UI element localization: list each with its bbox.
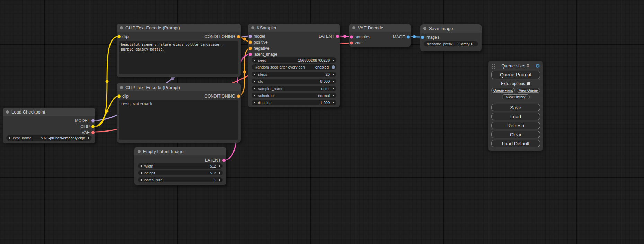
ckpt-name-widget[interactable]: ckpt_name v1-5-pruned-emaonly.ckpt xyxy=(6,135,92,141)
value-decrement-icon[interactable] xyxy=(254,94,255,97)
refresh-button[interactable]: Refresh xyxy=(491,122,540,129)
node-empty-latent-image[interactable]: Empty Latent Image LATENT width 512 heig… xyxy=(134,147,226,185)
view-history-button[interactable]: View History xyxy=(502,94,530,99)
value-decrement-icon[interactable] xyxy=(254,80,255,82)
denoise-widget[interactable]: denoise 1.000 xyxy=(252,100,336,105)
latent-image-input-port[interactable] xyxy=(249,53,252,56)
samples-input-port[interactable] xyxy=(350,35,353,38)
slot-label: negative xyxy=(254,46,269,51)
node-title-bar[interactable]: Load Checkpoint xyxy=(3,108,95,116)
value-increment-icon[interactable] xyxy=(219,179,221,181)
widget-label: sampler_name xyxy=(258,87,283,91)
prompt-textarea[interactable]: beautiful scenery nature glass bottle la… xyxy=(119,41,238,74)
clip-input-port[interactable] xyxy=(117,94,121,98)
node-clip-text-encode-positive[interactable]: CLIP Text Encode (Prompt) clip CONDITION… xyxy=(117,24,241,77)
value-increment-icon[interactable] xyxy=(88,137,90,139)
slot-label: VAE xyxy=(82,130,90,135)
extra-options-checkbox[interactable] xyxy=(527,82,530,85)
input-slot-positive: positive xyxy=(248,39,340,45)
widget-label: width xyxy=(144,164,153,168)
value-increment-icon[interactable] xyxy=(333,102,334,104)
graph-canvas[interactable]: Load Checkpoint MODEL CLIP VAE ckpt_name… xyxy=(0,0,644,244)
node-save-image[interactable]: Save Image images filename_prefix ComfyU… xyxy=(420,24,482,51)
node-status-dot xyxy=(120,26,123,29)
drag-handle-icon[interactable] xyxy=(491,63,495,69)
batch-size-widget[interactable]: batch_size 1 xyxy=(138,177,223,182)
value-decrement-icon[interactable] xyxy=(8,137,10,139)
vae-input-port[interactable] xyxy=(350,41,353,44)
value-increment-icon[interactable] xyxy=(333,94,334,97)
slot-row: clip CONDITIONING xyxy=(117,93,241,99)
seed-toggle-icon[interactable] xyxy=(332,65,335,69)
node-status-dot xyxy=(6,110,9,114)
node-load-checkpoint[interactable]: Load Checkpoint MODEL CLIP VAE ckpt_name… xyxy=(3,108,95,143)
value-increment-icon[interactable] xyxy=(219,172,221,174)
node-title-bar[interactable]: CLIP Text Encode (Prompt) xyxy=(117,83,241,91)
conditioning-output-port[interactable] xyxy=(237,94,240,98)
scheduler-widget[interactable]: scheduler normal xyxy=(252,93,336,98)
node-status-dot xyxy=(423,27,426,30)
node-title-bar[interactable]: VAE Decode xyxy=(349,24,411,32)
view-queue-button[interactable]: View Queue xyxy=(517,88,540,93)
node-ksampler[interactable]: KSampler model LATENT positive negative … xyxy=(248,24,340,107)
clip-input-port[interactable] xyxy=(117,35,121,38)
slot-label: model xyxy=(254,34,265,39)
seed-widget[interactable]: seed 156680208700286 xyxy=(252,57,336,63)
node-title-bar[interactable]: CLIP Text Encode (Prompt) xyxy=(117,24,241,32)
model-output-port[interactable] xyxy=(91,119,95,122)
value-increment-icon[interactable] xyxy=(219,165,221,167)
value-decrement-icon[interactable] xyxy=(254,73,255,75)
load-default-button[interactable]: Load Default xyxy=(491,140,540,147)
save-button[interactable]: Save xyxy=(491,104,540,111)
value-decrement-icon[interactable] xyxy=(254,59,255,61)
filename-prefix-widget[interactable]: filename_prefix ComfyUI xyxy=(424,41,478,46)
value-increment-icon[interactable] xyxy=(333,88,334,90)
load-button[interactable]: Load xyxy=(491,113,540,120)
width-widget[interactable]: width 512 xyxy=(138,163,223,169)
link-midpoint-dot xyxy=(413,35,416,38)
latent-output-port[interactable] xyxy=(222,159,226,162)
widget-label: filename_prefix xyxy=(427,42,453,46)
value-decrement-icon[interactable] xyxy=(140,179,142,181)
model-input-port[interactable] xyxy=(249,35,252,38)
sampler-name-widget[interactable]: sampler_name euler xyxy=(252,86,336,91)
node-title-bar[interactable]: Empty Latent Image xyxy=(134,147,226,155)
node-title: KSampler xyxy=(257,25,276,30)
queue-size-label: Queue size: 0 xyxy=(497,63,534,69)
widget-label: Random seed after every gen xyxy=(255,65,305,69)
latent-output-port[interactable] xyxy=(336,35,339,38)
value-decrement-icon[interactable] xyxy=(254,88,255,90)
conditioning-output-port[interactable] xyxy=(237,35,240,38)
positive-input-port[interactable] xyxy=(249,40,252,44)
cfg-widget[interactable]: cfg 8.000 xyxy=(252,79,336,84)
widget-label: seed xyxy=(258,58,266,62)
node-clip-text-encode-negative[interactable]: CLIP Text Encode (Prompt) clip CONDITION… xyxy=(117,83,241,143)
settings-gear-icon[interactable]: ⚙ xyxy=(536,63,540,69)
value-decrement-icon[interactable] xyxy=(140,172,142,174)
clear-button[interactable]: Clear xyxy=(491,131,540,138)
node-vae-decode[interactable]: VAE Decode samples IMAGE vae xyxy=(349,24,411,47)
widget-value: 20 xyxy=(326,72,330,76)
value-decrement-icon[interactable] xyxy=(140,165,142,167)
image-output-port[interactable] xyxy=(407,35,410,38)
value-decrement-icon[interactable] xyxy=(254,102,255,104)
node-title-bar[interactable]: KSampler xyxy=(248,24,340,32)
input-slot-vae: vae xyxy=(349,40,411,46)
node-title-bar[interactable]: Save Image xyxy=(420,24,482,33)
random-seed-widget[interactable]: Random seed after every gen enabled xyxy=(252,64,336,70)
prompt-textarea[interactable]: text, watermark xyxy=(119,100,238,140)
clip-output-port[interactable] xyxy=(91,125,95,128)
height-widget[interactable]: height 512 xyxy=(138,170,223,175)
link-midpoint-dot xyxy=(106,80,109,83)
value-increment-icon[interactable] xyxy=(333,59,334,61)
value-increment-icon[interactable] xyxy=(333,80,334,82)
queue-buttons-row: Queue Front View Queue xyxy=(491,88,540,93)
vae-output-port[interactable] xyxy=(91,131,95,134)
steps-widget[interactable]: steps 20 xyxy=(252,72,336,77)
images-input-port[interactable] xyxy=(421,36,424,39)
negative-input-port[interactable] xyxy=(249,47,252,50)
slot-label: CONDITIONING xyxy=(204,34,235,39)
queue-front-button[interactable]: Queue Front xyxy=(491,88,515,93)
value-increment-icon[interactable] xyxy=(333,73,334,75)
queue-prompt-button[interactable]: Queue Prompt xyxy=(491,71,540,79)
